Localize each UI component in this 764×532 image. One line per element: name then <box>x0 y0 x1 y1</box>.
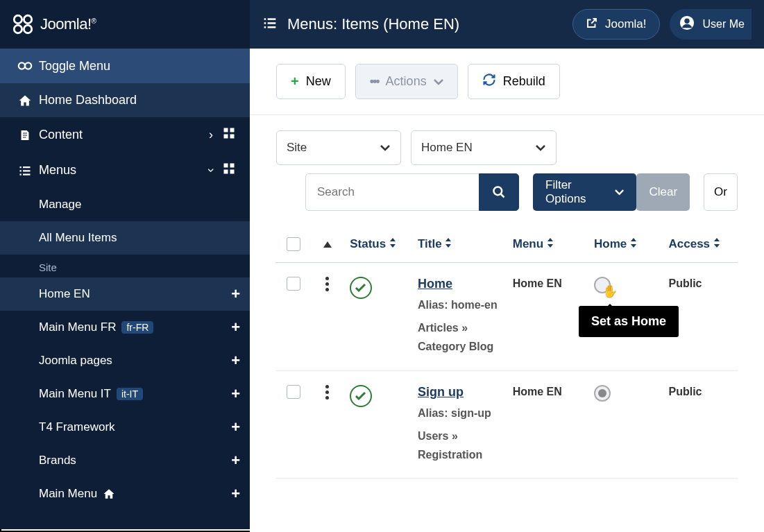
fr-badge: fr-FR <box>121 321 153 334</box>
menu-select[interactable]: Home EN <box>411 130 557 165</box>
filter-options-button[interactable]: Filter Options <box>533 173 636 211</box>
status-published-icon[interactable] <box>350 385 372 407</box>
plus-icon[interactable]: + <box>231 485 240 503</box>
svg-rect-7 <box>230 128 235 132</box>
svg-rect-25 <box>268 26 276 28</box>
submenu-main-menu[interactable]: Main Menu + <box>0 477 250 510</box>
site-select[interactable]: Site <box>276 130 401 165</box>
joomla-logo-icon <box>11 12 35 36</box>
svg-point-28 <box>494 187 502 196</box>
chevron-down-icon <box>615 189 624 196</box>
chevron-down-icon <box>535 144 546 151</box>
set-home-toggle[interactable]: ✋ Set as Home <box>594 277 611 293</box>
dashboard-label: Home Dashboard <box>39 93 239 108</box>
item-alias: Alias: sign-up <box>418 404 502 422</box>
plus-icon[interactable]: + <box>231 452 240 470</box>
chevron-right-icon: › <box>203 128 219 142</box>
item-menu: Home EN <box>513 386 562 397</box>
list-icon <box>262 16 278 33</box>
home-star-icon <box>103 488 115 500</box>
submenu-brands[interactable]: Brands+ <box>0 444 250 477</box>
svg-rect-8 <box>224 135 228 139</box>
svg-rect-14 <box>20 173 22 175</box>
all-items-label: All Menu Items <box>39 231 117 245</box>
svg-point-27 <box>684 19 689 24</box>
actions-button[interactable]: •••Actions <box>355 64 458 99</box>
item-menu: Home EN <box>513 277 562 289</box>
brands-label: Brands <box>39 454 76 467</box>
svg-rect-12 <box>20 170 22 171</box>
home-en-label: Home EN <box>39 287 90 301</box>
submenu-manage[interactable]: Manage <box>0 188 250 221</box>
clear-button[interactable]: Clear <box>636 173 690 211</box>
plus-icon[interactable]: + <box>231 318 240 336</box>
home-header[interactable]: Home <box>588 237 663 251</box>
item-title-link[interactable]: Sign up <box>418 385 464 399</box>
menu-header[interactable]: Menu <box>507 237 588 251</box>
it-badge: it-IT <box>117 388 143 400</box>
nav-home-dashboard[interactable]: Home Dashboard <box>0 83 250 117</box>
svg-rect-15 <box>23 173 31 175</box>
tooltip: Set as Home <box>579 306 679 337</box>
user-menu[interactable]: User Me <box>670 9 752 40</box>
plus-icon[interactable]: + <box>231 285 240 303</box>
joomla-btn-label: Joomla! <box>605 17 647 31</box>
menus-submenu: Manage All Menu Items Site Home EN+ Main… <box>0 188 250 510</box>
svg-rect-24 <box>264 26 266 28</box>
search-button[interactable] <box>479 173 519 211</box>
joomla-pages-label: Joomla pages <box>39 354 112 368</box>
row-checkbox[interactable] <box>287 277 300 291</box>
user-icon <box>679 15 695 33</box>
sort-caret-icon <box>323 241 332 248</box>
status-header[interactable]: Status <box>344 237 412 251</box>
submenu-all-items[interactable]: All Menu Items <box>0 221 250 255</box>
actions-label: Actions <box>386 74 427 89</box>
submenu-joomla-pages[interactable]: Joomla pages+ <box>0 344 250 377</box>
grid-header: Status Title Menu Home Access <box>276 226 738 263</box>
svg-point-3 <box>24 25 31 33</box>
item-crumb: Users » Registration <box>418 427 502 464</box>
logo-bar: Joomla!® <box>0 0 250 49</box>
dashboard-grid-icon[interactable] <box>219 162 239 178</box>
rebuild-button[interactable]: Rebuild <box>468 64 560 99</box>
plus-icon[interactable]: + <box>231 418 240 436</box>
search-input[interactable] <box>305 173 479 211</box>
row-actions-menu[interactable] <box>316 277 339 291</box>
submenu-main-fr[interactable]: Main Menu FRfr-FR+ <box>0 311 250 344</box>
table-row: Sign up Alias: sign-up Users » Registrat… <box>276 371 738 479</box>
access-header[interactable]: Access <box>663 237 738 251</box>
joomla-site-link[interactable]: Joomla! <box>572 9 660 40</box>
ordering-select[interactable]: Or <box>704 173 738 211</box>
submenu-main-it[interactable]: Main Menu ITit-IT+ <box>0 377 250 411</box>
dots-icon: ••• <box>370 74 379 89</box>
nav-menus[interactable]: Menus › <box>0 153 250 188</box>
status-published-icon[interactable] <box>350 277 372 299</box>
svg-point-2 <box>14 25 22 33</box>
item-crumb: Articles » Category Blog <box>418 318 502 356</box>
plus-icon: + <box>291 74 299 89</box>
main-fr-label: Main Menu FR <box>39 320 116 334</box>
plus-icon[interactable]: + <box>231 352 240 370</box>
chevron-down-icon <box>434 74 443 89</box>
toggle-label: Toggle Menu <box>39 59 239 74</box>
submenu-t4[interactable]: T4 Framework+ <box>0 411 250 444</box>
svg-rect-11 <box>23 166 31 168</box>
title-header[interactable]: Title <box>412 237 507 251</box>
select-all-checkbox[interactable] <box>287 237 300 251</box>
set-home-toggle[interactable] <box>594 385 611 402</box>
row-actions-menu[interactable] <box>316 385 339 400</box>
submenu-home-en[interactable]: Home EN+ <box>0 277 250 311</box>
plus-icon[interactable]: + <box>231 385 240 403</box>
nav-content[interactable]: Content › <box>0 117 250 153</box>
filter-options-label: Filter Options <box>545 178 611 206</box>
toolbar: +New •••Actions Rebuild <box>250 49 764 115</box>
toggle-menu[interactable]: Toggle Menu <box>0 49 250 83</box>
dashboard-grid-icon[interactable] <box>219 127 239 143</box>
row-checkbox[interactable] <box>287 385 300 399</box>
item-access: Public <box>668 386 702 397</box>
item-title-link[interactable]: Home <box>418 277 452 291</box>
new-button[interactable]: +New <box>276 64 346 99</box>
svg-point-5 <box>25 62 31 69</box>
page-title: Menus: Items (Home EN) <box>287 15 566 33</box>
sort-order-header[interactable] <box>310 238 344 250</box>
